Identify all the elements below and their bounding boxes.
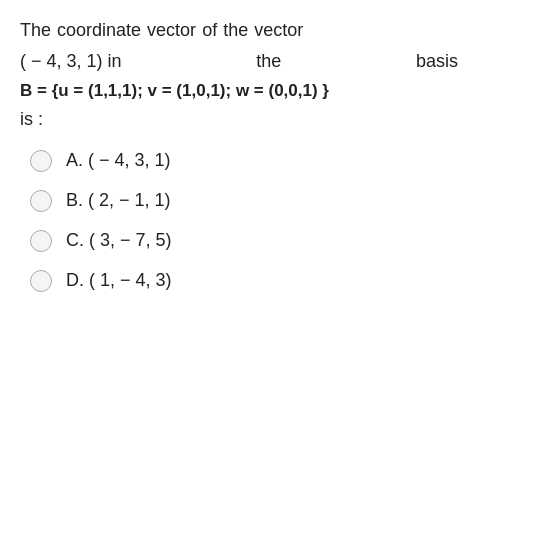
word-vector2: vector [254, 16, 303, 45]
radio-b[interactable] [30, 190, 52, 212]
options-list: A. ( − 4, 3, 1)B. ( 2, − 1, 1)C. ( 3, − … [20, 150, 538, 292]
option-c[interactable]: C. ( 3, − 7, 5) [30, 230, 538, 252]
question-line1: The coordinate vector of the vector [20, 16, 538, 45]
word-the2: the [223, 16, 248, 45]
word-basis: basis [416, 47, 458, 76]
word-the: The [20, 16, 51, 45]
vector-value: ( − 4, 3, 1) in [20, 47, 122, 76]
question-container: The coordinate vector of the vector ( − … [20, 16, 538, 292]
basis-definition: B = {u = (1,1,1); v = (1,0,1); w = (0,0,… [20, 78, 538, 104]
word-coordinate: coordinate [57, 16, 141, 45]
option-label-a: A. ( − 4, 3, 1) [66, 150, 171, 171]
is-label: is : [20, 105, 538, 134]
option-b[interactable]: B. ( 2, − 1, 1) [30, 190, 538, 212]
radio-c[interactable] [30, 230, 52, 252]
option-label-c: C. ( 3, − 7, 5) [66, 230, 172, 251]
option-label-d: D. ( 1, − 4, 3) [66, 270, 172, 291]
word-the3: the [256, 47, 281, 76]
option-d[interactable]: D. ( 1, − 4, 3) [30, 270, 538, 292]
word-vector1: vector [147, 16, 196, 45]
option-label-b: B. ( 2, − 1, 1) [66, 190, 171, 211]
option-a[interactable]: A. ( − 4, 3, 1) [30, 150, 538, 172]
radio-a[interactable] [30, 150, 52, 172]
question-text: The coordinate vector of the vector ( − … [20, 16, 538, 134]
question-line2: ( − 4, 3, 1) in the basis [20, 47, 538, 76]
radio-d[interactable] [30, 270, 52, 292]
word-of: of [202, 16, 217, 45]
